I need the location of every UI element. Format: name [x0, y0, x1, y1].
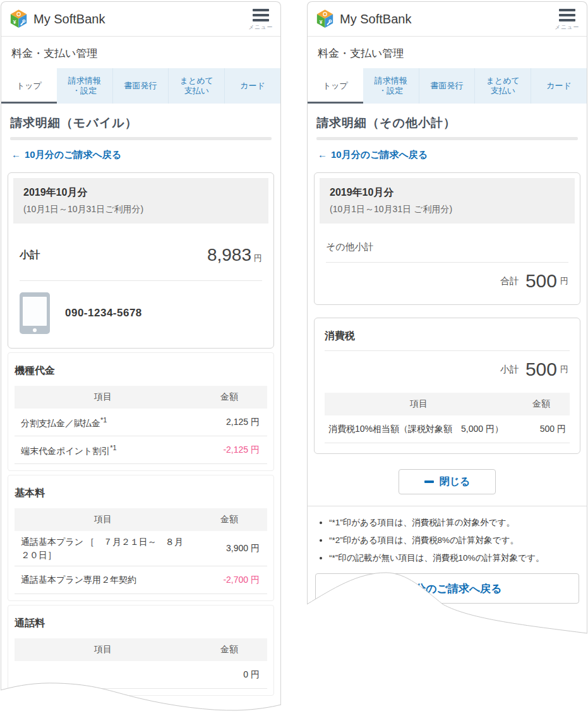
section-device-cost: 機種代金 項目 金額 分割支払金／賦払金*1 2,125 円 端末代金ポイント割…	[8, 352, 274, 471]
subtotal-label: 小計	[20, 249, 40, 262]
back-to-october-bill-link[interactable]: ←10月分のご請求へ戻る	[11, 149, 270, 161]
tab-combined-payment[interactable]: まとめて 支払い	[474, 68, 531, 104]
amount-cell: 2,125 円	[191, 417, 267, 428]
item-cell: 端末代金ポイント割引*1	[15, 443, 191, 458]
item-cell: 通話基本プラン専用２年契約	[15, 573, 191, 587]
table-row: 端末代金ポイント割引*1 -2,125 円	[15, 436, 267, 464]
tab-bar: トップ 請求情報 ・設定 書面発行 まとめて 支払い カード	[308, 68, 587, 104]
table-header-row: 項目 金額	[15, 638, 267, 661]
table-row: 0 円	[15, 661, 267, 689]
phone-number-row: 090-1234-5678	[8, 281, 273, 348]
billing-period-box: 2019年10月分 (10月1日～10月31日 ご利用分)	[320, 178, 575, 224]
note-item: “*”印の記載が無い項目は、消費税10%の計算対象です。	[329, 549, 575, 567]
tab-top[interactable]: トップ	[1, 68, 57, 104]
tab-billing-info-settings[interactable]: 請求情報 ・設定	[57, 68, 112, 104]
back-to-october-bill-link[interactable]: ←10月分のご請求へ戻る	[318, 149, 577, 161]
heading-divider	[10, 137, 272, 140]
tab-combined-payment[interactable]: まとめて 支払い	[168, 68, 224, 104]
currency-unit: 円	[560, 364, 568, 375]
amount-cell: -2,700 円	[191, 575, 267, 586]
tab-card[interactable]: カード	[531, 68, 587, 104]
column-header-amount: 金額	[513, 398, 570, 410]
charge-table: 項目 金額 通話基本プラン ［ ７月２１日～ ８月２０日］ 3,900 円 通話…	[15, 508, 267, 594]
column-header-item: 項目	[15, 514, 191, 525]
svg-text:¥: ¥	[13, 19, 16, 25]
tax-notes: “*1”印がある項目は、消費税計算の対象外です。 “*2”印がある項目は、消費税…	[308, 506, 587, 567]
section-call-charges: 通話料 項目 金額 0 円	[8, 605, 274, 696]
app-title: My SoftBank	[33, 12, 105, 27]
billing-period-box: 2019年10月分 (10月1日～10月31日ご利用分)	[13, 178, 268, 224]
tab-bar: トップ 請求情報 ・設定 書面発行 まとめて 支払い カード	[1, 68, 280, 104]
column-header-item: 項目	[15, 391, 191, 403]
softbank-logo: ¥ My SoftBank	[10, 9, 105, 28]
billing-period-title: 2019年10月分	[330, 186, 565, 200]
billing-period-subtitle: (10月1日～10月31日 ご利用分)	[330, 204, 565, 215]
menu-label: メニュー	[248, 23, 273, 32]
section-title: 通話料	[8, 606, 273, 638]
back-arrow-icon: ←	[11, 149, 21, 160]
item-cell: 通話基本プラン ［ ７月２１日～ ８月２０日］	[15, 535, 191, 562]
smartphone-icon	[20, 292, 50, 334]
billing-summary-card: 2019年10月分 (10月1日～10月31日ご利用分) 小計 8,983円 0…	[8, 172, 274, 349]
back-to-october-bill-button[interactable]: 10月分のご請求へ戻る	[315, 573, 579, 604]
amount-cell: -2,125 円	[191, 445, 267, 456]
minus-icon	[424, 480, 434, 483]
page-title: 料金・支払い管理	[1, 37, 280, 68]
back-link-label: 10月分のご請求へ戻る	[331, 149, 428, 160]
hamburger-icon	[559, 9, 575, 21]
total-row: 合計 500 円	[315, 263, 580, 304]
softbank-cube-icon: ¥	[10, 9, 27, 28]
column-header-amount: 金額	[191, 644, 267, 655]
table-row: 分割支払金／賦払金*1 2,125 円	[15, 409, 267, 436]
tab-document-issue[interactable]: 書面発行	[419, 68, 475, 104]
subtotal-amount: 8,983円	[207, 245, 262, 265]
table-row: 通話基本プラン専用２年契約 -2,700 円	[15, 566, 267, 594]
svg-text:¥: ¥	[320, 19, 323, 25]
page-heading: 請求明細（その他小計）	[308, 104, 587, 137]
charge-table: 項目 金額 0 円	[15, 638, 267, 689]
tab-document-issue[interactable]: 書面発行	[112, 68, 169, 104]
note-item: “*1”印がある項目は、消費税計算の対象外です。	[329, 514, 575, 532]
total-label: 合計	[500, 275, 519, 287]
menu-label: メニュー	[555, 23, 579, 32]
note-item: “*2”印がある項目は、消費税8%の計算対象です。	[329, 532, 575, 549]
other-subtotal-card: 2019年10月分 (10月1日～10月31日 ご利用分) その他小計 合計 5…	[314, 172, 580, 305]
tax-subtotal-value: 500	[525, 359, 557, 380]
app-header: ¥ My SoftBank メニュー	[308, 2, 587, 37]
table-header-row: 項目 金額	[15, 386, 267, 409]
phone-number: 090-1234-5678	[65, 307, 142, 319]
consumption-tax-card: 消費税 小計 500 円 項目 金額 消費税10%相当額（課税対象額 5,000…	[314, 318, 580, 454]
panel-other-subtotal: ¥ My SoftBank メニュー 料金・支払い管理 トップ 請求情報 ・設定…	[307, 1, 587, 635]
amount-cell: 0 円	[191, 669, 267, 681]
tax-subtotal-row: 小計 500 円	[315, 351, 580, 385]
amount-cell: 500 円	[513, 424, 570, 435]
column-header-item: 項目	[325, 398, 513, 410]
table-row: 通話基本プラン ［ ７月２１日～ ８月２０日］ 3,900 円	[15, 531, 267, 566]
tax-card-title: 消費税	[315, 318, 580, 350]
table-header-row: 項目 金額	[325, 393, 570, 415]
tab-top[interactable]: トップ	[308, 68, 363, 104]
table-header-row: 項目 金額	[15, 508, 267, 531]
menu-button[interactable]: メニュー	[248, 9, 273, 32]
item-cell: 消費税10%相当額（課税対象額 5,000 円）	[325, 422, 513, 436]
tab-card[interactable]: カード	[224, 68, 280, 104]
softbank-logo: ¥ My SoftBank	[316, 9, 411, 28]
billing-period-subtitle: (10月1日～10月31日ご利用分)	[23, 204, 258, 215]
tab-billing-info-settings[interactable]: 請求情報 ・設定	[363, 68, 419, 104]
amount-cell: 3,900 円	[191, 543, 267, 554]
column-header-item: 項目	[15, 644, 191, 655]
column-header-amount: 金額	[191, 514, 267, 525]
category-label: その他小計	[315, 229, 580, 253]
menu-button[interactable]: メニュー	[555, 9, 579, 32]
table-row: 消費税10%相当額（課税対象額 5,000 円） 500 円	[325, 415, 570, 443]
total-value: 500	[525, 270, 557, 292]
currency-unit: 円	[560, 275, 568, 287]
column-header-amount: 金額	[191, 391, 267, 403]
page-title: 料金・支払い管理	[308, 37, 587, 68]
close-button[interactable]: 閉じる	[399, 469, 496, 494]
item-cell: 分割支払金／賦払金*1	[15, 415, 191, 430]
hamburger-icon	[253, 9, 269, 21]
tax-table: 項目 金額 消費税10%相当額（課税対象額 5,000 円） 500 円	[325, 393, 570, 443]
app-title: My SoftBank	[340, 12, 411, 27]
heading-divider	[316, 137, 578, 140]
